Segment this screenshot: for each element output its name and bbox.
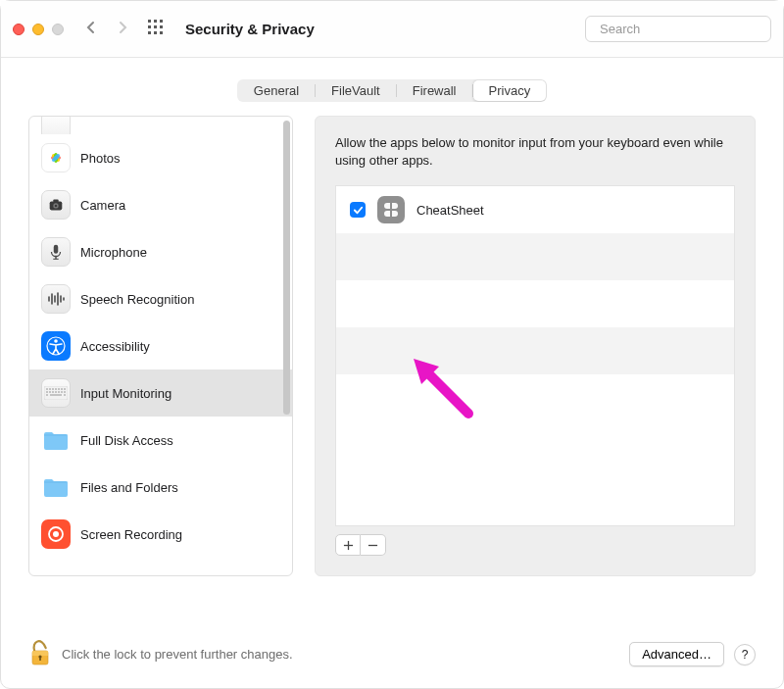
svg-rect-19 <box>54 245 59 254</box>
svg-rect-8 <box>160 31 163 34</box>
tab-row: General FileVault Firewall Privacy <box>1 58 783 116</box>
svg-rect-47 <box>64 394 66 396</box>
svg-point-29 <box>54 339 58 343</box>
svg-rect-31 <box>46 388 48 390</box>
sidebar-item-label: Screen Recording <box>80 527 182 542</box>
remove-button[interactable] <box>361 534 386 556</box>
show-all-icon[interactable] <box>148 20 164 38</box>
footer: Click the lock to prevent further change… <box>1 626 783 688</box>
tab-general[interactable]: General <box>238 80 315 101</box>
sidebar-item-input-monitoring[interactable]: Input Monitoring <box>29 369 292 417</box>
sidebar-item-full-disk[interactable]: Full Disk Access <box>29 417 292 464</box>
sidebar-item-photos[interactable]: Photos <box>29 134 292 181</box>
sidebar-item-microphone[interactable]: Microphone <box>29 228 292 275</box>
content-area: Photos Camera Microphone <box>1 116 783 626</box>
svg-rect-36 <box>61 388 63 390</box>
sidebar-item-label: Speech Recognition <box>80 292 194 307</box>
svg-rect-45 <box>46 394 48 396</box>
svg-rect-1 <box>154 20 157 23</box>
sidebar-item-speech[interactable]: Speech Recognition <box>29 275 292 322</box>
tab-label: Firewall <box>413 83 457 98</box>
segmented-control: General FileVault Firewall Privacy <box>237 79 547 102</box>
svg-rect-37 <box>64 388 66 390</box>
tab-privacy[interactable]: Privacy <box>473 80 547 101</box>
svg-rect-5 <box>160 25 163 28</box>
svg-rect-40 <box>52 391 54 393</box>
close-button[interactable] <box>13 24 24 35</box>
svg-rect-0 <box>148 20 151 23</box>
preferences-window: Security & Privacy General FileVault Fir… <box>0 0 784 689</box>
tab-label: Privacy <box>489 83 531 98</box>
svg-rect-6 <box>148 31 151 34</box>
svg-rect-41 <box>55 391 57 393</box>
app-row-empty <box>336 327 734 374</box>
tab-label: General <box>254 83 299 98</box>
keyboard-icon <box>41 378 71 408</box>
app-row-empty <box>336 280 734 327</box>
sidebar-scrollbar[interactable] <box>283 121 290 415</box>
record-icon <box>41 519 71 549</box>
category-sidebar: Photos Camera Microphone <box>28 116 293 576</box>
svg-rect-2 <box>160 20 163 23</box>
search-input[interactable] <box>600 22 764 36</box>
waveform-icon <box>41 284 71 314</box>
svg-rect-34 <box>55 388 57 390</box>
sidebar-item-label: Photos <box>80 151 120 166</box>
lock-text: Click the lock to prevent further change… <box>62 647 293 662</box>
svg-rect-3 <box>148 25 151 28</box>
svg-rect-42 <box>58 391 60 393</box>
minimize-button[interactable] <box>32 24 44 35</box>
app-row[interactable]: CheatSheet <box>336 186 734 233</box>
window-title: Security & Privacy <box>185 21 315 37</box>
help-button[interactable]: ? <box>734 644 756 665</box>
microphone-icon <box>41 237 71 267</box>
sidebar-item-label: Files and Folders <box>80 480 178 495</box>
sidebar-item-label: Microphone <box>80 245 147 260</box>
tab-filevault[interactable]: FileVault <box>316 80 396 101</box>
tab-firewall[interactable]: Firewall <box>397 80 472 101</box>
svg-rect-44 <box>64 391 66 393</box>
svg-rect-43 <box>61 391 63 393</box>
svg-rect-46 <box>50 394 62 396</box>
app-row-empty <box>336 374 734 414</box>
sidebar-item-camera[interactable]: Camera <box>29 181 292 228</box>
window-controls <box>13 24 64 35</box>
titlebar: Security & Privacy <box>1 1 783 58</box>
svg-rect-7 <box>154 31 157 34</box>
cheatsheet-icon <box>377 196 405 223</box>
sidebar-item-files-folders[interactable]: Files and Folders <box>29 464 292 511</box>
svg-rect-32 <box>49 388 51 390</box>
svg-rect-16 <box>53 200 58 203</box>
folder-icon <box>41 472 71 502</box>
sidebar-item-screen-recording[interactable]: Screen Recording <box>29 511 292 558</box>
zoom-button[interactable] <box>52 24 64 35</box>
forward-button[interactable] <box>115 20 130 38</box>
sidebar-item-partial[interactable] <box>29 117 292 134</box>
svg-rect-56 <box>39 657 41 661</box>
tab-label: FileVault <box>331 83 380 98</box>
camera-icon <box>41 190 71 220</box>
svg-rect-33 <box>52 388 54 390</box>
app-checkbox[interactable] <box>350 202 366 218</box>
lock-icon[interactable] <box>28 638 52 670</box>
app-row-empty <box>336 233 734 280</box>
sidebar-item-accessibility[interactable]: Accessibility <box>29 322 292 369</box>
sidebar-item-label: Accessibility <box>80 339 150 354</box>
plus-icon <box>343 540 354 551</box>
search-field[interactable] <box>585 16 771 42</box>
generic-icon <box>41 117 71 134</box>
detail-pane: Allow the apps below to monitor input fr… <box>315 116 756 576</box>
advanced-button[interactable]: Advanced… <box>629 642 724 666</box>
app-list: CheatSheet <box>335 185 735 526</box>
svg-rect-4 <box>154 25 157 28</box>
svg-rect-35 <box>58 388 60 390</box>
add-remove-controls <box>335 534 735 556</box>
check-icon <box>353 205 364 216</box>
nav-buttons <box>83 20 130 38</box>
back-button[interactable] <box>83 20 99 38</box>
accessibility-icon <box>41 331 71 361</box>
svg-rect-21 <box>53 259 58 260</box>
add-button[interactable] <box>335 534 361 556</box>
pane-description: Allow the apps below to monitor input fr… <box>335 134 735 170</box>
app-name: CheatSheet <box>416 203 484 218</box>
